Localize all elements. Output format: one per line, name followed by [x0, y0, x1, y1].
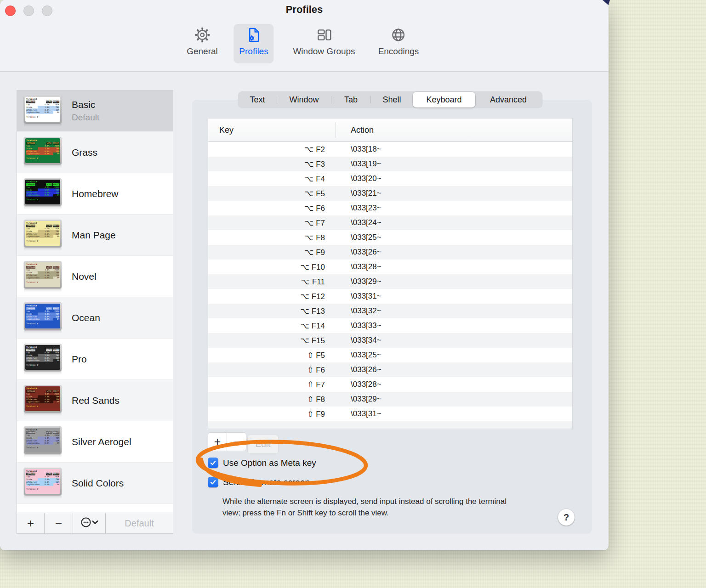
thumb-header-chips: COMMAND%CPURPRVT — [26, 307, 59, 310]
table-row[interactable]: ⌥ F13 \033[32~ — [208, 304, 572, 318]
thumb-title: Terminal# — [26, 345, 59, 348]
table-row[interactable]: ⌥ F4 \033[20~ — [208, 171, 572, 186]
thumb-title: Terminal# — [26, 139, 59, 141]
thumb-header-chips: COMMAND%CPURPRVT — [26, 224, 59, 227]
use-option-as-meta-checkbox[interactable] — [208, 458, 218, 468]
tab-window[interactable]: Window — [277, 91, 331, 108]
action-menu-icon — [80, 516, 99, 531]
column-header-key[interactable]: Key — [208, 122, 336, 138]
profile-list-item[interactable]: Terminal# COMMAND%CPURPRVT top4.1%231KXc… — [17, 297, 173, 339]
thumbnail-reflection — [24, 124, 62, 127]
profile-list-item[interactable]: Terminal# COMMAND%CPURPRVT top4.1%231KXc… — [17, 215, 173, 256]
set-default-button[interactable]: Default — [106, 513, 173, 533]
profile-thumbnail: Terminal# COMMAND%CPURPRVT top4.1%231KXc… — [24, 344, 62, 371]
table-row[interactable]: ⌥ F12 \033[31~ — [208, 289, 572, 304]
alternate-screen-help-text: While the alternate screen is displayed,… — [222, 496, 520, 519]
table-row[interactable]: ⇧ F9 \033[31~ — [208, 407, 572, 421]
table-row[interactable]: ⌥ F2 \033[18~ — [208, 142, 572, 157]
tab-shell[interactable]: Shell — [371, 91, 413, 108]
key-cell: ⇧ F5 — [208, 351, 336, 360]
action-cell: \033[19~ — [336, 159, 381, 169]
profile-list-item[interactable]: Terminal# COMMAND%CPURPRVT top4.1%231KXc… — [17, 339, 173, 380]
table-row[interactable]: ⌥ F8 \033[25~ — [208, 230, 572, 245]
profile-name: Pro — [72, 354, 87, 365]
profile-name: Novel — [72, 271, 97, 282]
help-button[interactable]: ? — [558, 509, 575, 526]
toolbar-item-encodings[interactable]: Encodings — [373, 24, 425, 63]
profile-list-item[interactable]: Terminal# COMMAND%CPURPRVT top4.1%231KXc… — [17, 421, 173, 463]
toolbar-label: Profiles — [239, 46, 268, 57]
toolbar-label: Window Groups — [293, 46, 355, 57]
checkbox-label: Use Option as Meta key — [223, 458, 316, 468]
profile-name: Solid Colors — [72, 478, 124, 489]
profile-name: Silver Aerogel — [72, 436, 131, 447]
table-row[interactable]: ⌥ F10 \033[28~ — [208, 260, 572, 274]
table-row[interactable]: ⌥ F11 \033[29~ — [208, 274, 572, 289]
table-row[interactable]: ⇧ F7 \033[28~ — [208, 377, 572, 392]
tab-keyboard[interactable]: Keyboard — [413, 92, 475, 107]
table-row[interactable]: ⌥ F14 \033[33~ — [208, 318, 572, 333]
edit-key-button[interactable]: Edit — [247, 435, 279, 454]
key-cell: ⌥ F10 — [208, 262, 336, 272]
remove-profile-button[interactable]: − — [45, 513, 73, 533]
key-cell: ⌥ F5 — [208, 189, 336, 198]
window-header: Profiles — [0, 0, 609, 72]
thumb-process-rows: top4.1%231KXcode1.4%78MATSServer0.0%13Ml… — [26, 227, 59, 237]
table-row[interactable]: ⇧ F5 \033[25~ — [208, 348, 572, 362]
thumb-prompt: Terminal # — [26, 157, 59, 159]
profile-list: Terminal# COMMAND%CPURPRVT top4.1%231KXc… — [17, 90, 173, 534]
key-cell: ⌥ F8 — [208, 233, 336, 243]
thumbnail-reflection — [24, 454, 62, 458]
thumb-prompt: Terminal # — [26, 239, 59, 242]
action-cell: \033[23~ — [336, 204, 381, 213]
table-row[interactable]: ⌥ F15 \033[34~ — [208, 333, 572, 348]
profile-list-item[interactable]: Terminal# COMMAND%CPURPRVT top4.1%231KXc… — [17, 173, 173, 215]
thumb-title: Terminal# — [26, 221, 59, 224]
table-row[interactable]: ⌥ F9 \033[26~ — [208, 245, 572, 260]
action-cell: \033[29~ — [336, 277, 381, 286]
table-row[interactable]: ⌥ F7 \033[24~ — [208, 215, 572, 230]
action-cell: \033[28~ — [336, 380, 381, 389]
action-cell: \033[34~ — [336, 336, 381, 345]
toolbar-item-window-groups[interactable]: Window Groups — [287, 24, 360, 63]
add-profile-button[interactable]: + — [17, 513, 45, 533]
profile-list-item[interactable]: Terminal# COMMAND%CPURPRVT top4.1%231KXc… — [17, 256, 173, 297]
tab-text[interactable]: Text — [238, 91, 277, 108]
toolbar-item-profiles[interactable]: Profiles — [233, 24, 273, 63]
scroll-alternate-screen-checkbox[interactable] — [208, 477, 218, 487]
remove-key-button[interactable]: − — [227, 432, 246, 451]
thumb-prompt: Terminal # — [26, 281, 59, 283]
profile-rows: Terminal# COMMAND%CPURPRVT top4.1%231KXc… — [17, 90, 173, 504]
table-row[interactable]: ⌥ F3 \033[19~ — [208, 157, 572, 171]
profile-action-menu-button[interactable] — [73, 513, 106, 533]
key-cell: ⌥ F15 — [208, 336, 336, 345]
profile-list-item[interactable]: Terminal# COMMAND%CPURPRVT top4.1%231KXc… — [17, 132, 173, 173]
profile-list-item[interactable]: Terminal# COMMAND%CPURPRVT top4.1%231KXc… — [17, 90, 173, 132]
profile-list-item[interactable]: Terminal# COMMAND%CPURPRVT top4.1%231KXc… — [17, 463, 173, 504]
thumb-title: Terminal# — [26, 428, 59, 431]
toolbar-item-general[interactable]: General — [181, 24, 223, 63]
table-row[interactable] — [208, 421, 572, 429]
key-cell: ⇧ F8 — [208, 395, 336, 404]
key-mapping-table: Key Action ⌥ F2 \033[18~ ⌥ F3 \033[19~ ⌥… — [208, 118, 573, 429]
thumbnail-reflection — [24, 289, 62, 292]
table-row[interactable]: ⌥ F6 \033[23~ — [208, 201, 572, 215]
action-cell: \033[26~ — [336, 248, 381, 257]
gear-icon — [194, 27, 211, 45]
table-row[interactable]: ⇧ F6 \033[26~ — [208, 362, 572, 377]
table-row[interactable]: ⌥ F5 \033[21~ — [208, 186, 572, 201]
key-cell: ⌥ F4 — [208, 174, 336, 184]
add-key-button[interactable]: + — [208, 432, 227, 451]
column-header-action[interactable]: Action — [336, 125, 374, 135]
table-header: Key Action — [208, 119, 572, 142]
thumb-header-chips: COMMAND%CPURPRVT — [26, 431, 59, 434]
thumb-title: Terminal# — [26, 304, 59, 307]
table-row[interactable]: ⇧ F8 \033[29~ — [208, 392, 572, 407]
tab-advanced[interactable]: Advanced — [475, 91, 541, 108]
thumb-header-chips: COMMAND%CPURPRVT — [26, 141, 59, 144]
toolbar-label: Encodings — [378, 46, 419, 57]
action-cell: \033[24~ — [336, 218, 381, 227]
tab-tab[interactable]: Tab — [331, 91, 370, 108]
profile-list-item[interactable]: Terminal# COMMAND%CPURPRVT top4.1%231KXc… — [17, 380, 173, 421]
action-cell: \033[32~ — [336, 306, 381, 316]
